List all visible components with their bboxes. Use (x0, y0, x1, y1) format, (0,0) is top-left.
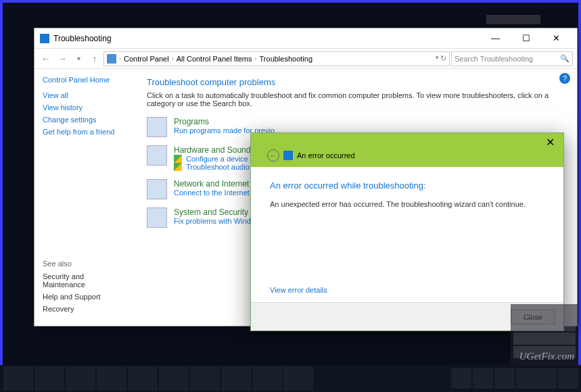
minimize-button[interactable]: — (480, 29, 511, 48)
error-title-row: ← An error occurred (267, 149, 355, 162)
help-icon[interactable]: ? (559, 73, 570, 84)
sidebar-link-recovery[interactable]: Recovery (43, 303, 126, 315)
clock[interactable] (516, 368, 557, 389)
background-blur (513, 333, 576, 345)
back-arrow-icon[interactable]: ← (39, 51, 53, 66)
programs-icon (147, 117, 167, 137)
breadcrumb-item[interactable]: Troubleshooting (260, 55, 312, 63)
taskbar (0, 365, 581, 392)
error-title: An error occurred (297, 151, 355, 160)
hardware-icon (147, 145, 167, 166)
window-buttons: — ☐ ✕ (480, 29, 572, 48)
back-icon[interactable]: ← (267, 149, 279, 162)
taskbar-item[interactable] (283, 366, 313, 391)
error-message: An unexpected error has occurred. The tr… (270, 200, 544, 208)
close-icon[interactable]: ✕ (542, 136, 558, 149)
error-body: An error occurred while troubleshooting:… (251, 167, 563, 222)
page-description: Click on a task to automatically trouble… (147, 91, 565, 107)
forward-arrow-icon[interactable]: → (55, 51, 70, 66)
system-icon (147, 207, 167, 228)
network-icon (147, 179, 167, 199)
category-link[interactable]: Connect to the Internet (174, 189, 250, 197)
up-arrow-icon[interactable]: ↑ (87, 51, 102, 66)
taskbar-item[interactable] (190, 366, 220, 391)
shield-icon (174, 155, 182, 163)
taskbar-item[interactable] (97, 366, 126, 391)
search-placeholder: Search Troubleshooting (455, 55, 533, 63)
sidebar-heading[interactable]: Control Panel Home (43, 76, 126, 84)
taskbar-item[interactable] (221, 366, 251, 391)
refresh-icon[interactable]: ↻ (440, 54, 446, 63)
system-tray (451, 368, 578, 389)
chevron-right-icon: › (172, 55, 174, 62)
seealso-label: See also (43, 260, 126, 268)
start-button[interactable] (3, 366, 33, 391)
control-panel-icon (107, 54, 116, 64)
sidebar-link-helpsupport[interactable]: Help and Support (43, 291, 126, 303)
breadcrumb-item[interactable]: All Control Panel Items (177, 55, 252, 63)
chevron-right-icon: › (119, 55, 121, 62)
error-dialog: ✕ ← An error occurred An error occurred … (250, 132, 564, 331)
close-button[interactable]: ✕ (541, 29, 572, 48)
sidebar: Control Panel Home View all View history… (34, 69, 135, 326)
page-title: Troubleshoot computer problems (147, 77, 565, 87)
troubleshooting-icon (283, 151, 293, 160)
sidebar-link-history[interactable]: View history (43, 101, 126, 114)
notifications-icon[interactable] (558, 368, 578, 389)
background-blur (513, 305, 576, 318)
search-input[interactable]: Search Troubleshooting 🔍 (451, 51, 573, 66)
tray-icon[interactable] (451, 368, 471, 389)
taskbar-item[interactable] (128, 366, 158, 391)
shield-icon (174, 163, 182, 171)
titlebar: Troubleshooting — ☐ ✕ (34, 28, 577, 49)
sidebar-link-security[interactable]: Security and Maintenance (43, 270, 126, 291)
sidebar-link-settings[interactable]: Change settings (43, 114, 126, 126)
tray-icon[interactable] (494, 368, 515, 389)
taskbar-item[interactable] (252, 366, 282, 391)
error-heading: An error occurred while troubleshooting: (270, 180, 544, 191)
troubleshooting-icon (40, 34, 49, 43)
nav-bar: ← → ▾ ↑ › Control Panel › All Control Pa… (34, 49, 577, 69)
category-link[interactable]: Configure a device (186, 155, 248, 163)
chevron-right-icon: › (255, 55, 257, 62)
taskbar-item[interactable] (159, 366, 189, 391)
sidebar-link-viewall[interactable]: View all (43, 89, 126, 101)
chevron-down-icon[interactable]: ▾ (436, 54, 439, 63)
tray-icon[interactable] (473, 368, 493, 389)
maximize-button[interactable]: ☐ (511, 29, 541, 48)
taskbar-item[interactable] (34, 366, 64, 391)
background-blur (513, 319, 576, 331)
sidebar-link-help[interactable]: Get help from a friend (43, 126, 126, 138)
breadcrumb-bar[interactable]: › Control Panel › All Control Panel Item… (103, 51, 450, 66)
category-title[interactable]: Programs (174, 117, 275, 126)
search-icon[interactable]: 🔍 (560, 54, 570, 63)
view-details-link[interactable]: View error details (270, 286, 327, 294)
background-blur (486, 15, 540, 24)
window-title: Troubleshooting (53, 34, 480, 43)
breadcrumb-item[interactable]: Control Panel (124, 55, 169, 63)
error-header: ✕ ← An error occurred (251, 133, 563, 167)
taskbar-item[interactable] (66, 366, 95, 391)
watermark: UGetFix.com (519, 351, 574, 362)
recent-dropdown-icon[interactable]: ▾ (71, 51, 86, 66)
sidebar-seealso: See also Security and Maintenance Help a… (43, 260, 126, 315)
